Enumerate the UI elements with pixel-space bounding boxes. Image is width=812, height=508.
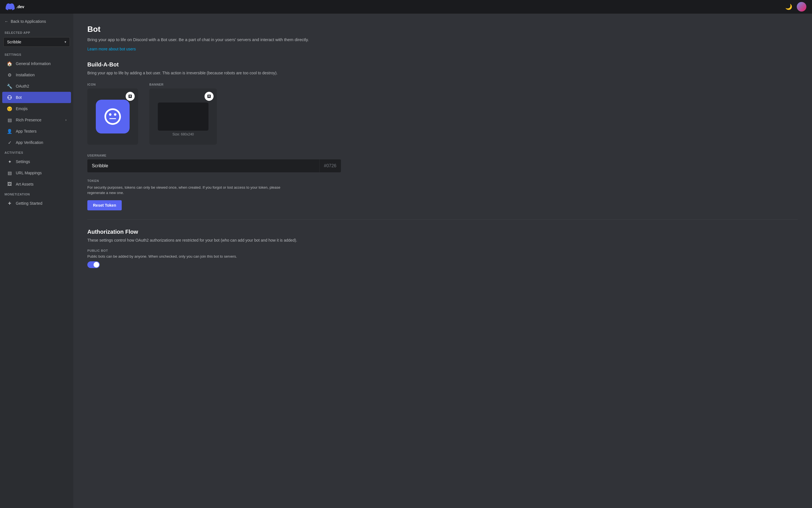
selected-app-section-label: SELECTED APP	[0, 28, 73, 36]
bot-icon	[7, 95, 12, 100]
user-avatar[interactable]	[797, 2, 806, 11]
banner-column-label: BANNER	[149, 83, 217, 86]
sparkle-icon: ✦	[7, 159, 12, 164]
wrench-icon: 🔧	[7, 83, 12, 89]
auth-flow-section: Authorization Flow These settings contro…	[87, 229, 798, 268]
dropdown-arrow-icon: ▾	[65, 40, 66, 44]
sidebar-item-label: App Testers	[16, 129, 37, 133]
plus-icon: +	[7, 201, 12, 206]
back-label: Back to Applications	[11, 19, 46, 24]
username-field-section: USERNAME #0726	[87, 154, 798, 172]
sidebar: ← Back to Applications SELECTED APP Scri…	[0, 13, 73, 508]
settings-section-label: SETTINGS	[0, 50, 73, 58]
logo[interactable]: .dev	[6, 2, 24, 11]
public-bot-description: Public bots can be added by anyone. When…	[87, 254, 285, 259]
emoji-icon: 😊	[7, 106, 12, 112]
sidebar-item-bot[interactable]: Bot	[2, 92, 71, 103]
auth-flow-title: Authorization Flow	[87, 229, 798, 235]
rich-presence-icon: ▤	[7, 117, 12, 123]
username-row: #0726	[87, 159, 341, 172]
icon-upload-column: ICON	[87, 83, 138, 145]
token-section: TOKEN For security purposes, tokens can …	[87, 179, 798, 210]
sidebar-item-rich-presence[interactable]: ▤ Rich Presence ›	[2, 114, 71, 126]
username-input[interactable]	[87, 159, 319, 172]
banner-size-hint: Size: 680x240	[172, 132, 194, 136]
public-bot-label: PUBLIC BOT	[87, 249, 798, 252]
top-navigation: .dev 🌙	[0, 0, 812, 13]
username-tag: #0726	[319, 159, 341, 172]
art-icon: 🖼	[7, 181, 12, 187]
sidebar-item-label: App Verification	[16, 140, 43, 145]
home-icon: 🏠	[7, 61, 12, 67]
sidebar-item-emojis[interactable]: 😊 Emojis	[2, 103, 71, 114]
banner-upload-box[interactable]: Size: 680x240	[149, 88, 217, 145]
token-label: TOKEN	[87, 179, 798, 182]
back-arrow-icon: ←	[4, 19, 8, 24]
auth-flow-description: These settings control how OAuth2 author…	[87, 238, 307, 243]
sidebar-item-activities-settings[interactable]: ✦ Settings	[2, 156, 71, 167]
bot-avatar-preview	[96, 100, 130, 133]
sidebar-item-art-assets[interactable]: 🖼 Art Assets	[2, 178, 71, 190]
logo-text: .dev	[16, 4, 24, 9]
icon-upload-box[interactable]	[87, 88, 138, 145]
sidebar-item-label: URL Mappings	[16, 171, 42, 175]
selected-app-container: Scribble ▾	[0, 36, 73, 50]
person-icon: 👤	[7, 128, 12, 134]
public-bot-toggle[interactable]	[87, 261, 100, 268]
gear-icon: ⚙	[7, 72, 12, 78]
selected-app-name: Scribble	[7, 40, 22, 44]
sidebar-item-label: Settings	[16, 159, 30, 164]
monetization-section-label: MONETIZATION	[0, 190, 73, 198]
build-a-bot-title: Build-A-Bot	[87, 61, 798, 68]
token-description: For security purposes, tokens can only b…	[87, 185, 285, 196]
topnav-right: 🌙	[785, 2, 806, 11]
sidebar-item-label: Installation	[16, 73, 35, 77]
sidebar-item-label: Art Assets	[16, 182, 34, 186]
sidebar-item-app-testers[interactable]: 👤 App Testers	[2, 126, 71, 137]
sidebar-item-label: General Information	[16, 61, 51, 66]
banner-upload-button[interactable]	[205, 92, 213, 101]
page-subtitle: Bring your app to life on Discord with a…	[87, 37, 798, 43]
sidebar-item-app-verification[interactable]: ✓ App Verification	[2, 137, 71, 148]
verification-icon: ✓	[7, 140, 12, 145]
icon-upload-button[interactable]	[126, 92, 135, 101]
reset-token-button[interactable]: Reset Token	[87, 200, 122, 210]
activities-section-label: ACTIVITIES	[0, 148, 73, 156]
page-title: Bot	[87, 25, 798, 34]
section-divider	[87, 219, 798, 220]
sidebar-item-getting-started[interactable]: + Getting Started	[2, 198, 71, 209]
sidebar-item-oauth2[interactable]: 🔧 OAuth2	[2, 81, 71, 92]
banner-preview	[158, 102, 208, 131]
sidebar-item-label: Getting Started	[16, 201, 42, 206]
chevron-right-icon: ›	[65, 118, 67, 122]
main-content: Bot Bring your app to life on Discord wi…	[73, 13, 812, 508]
build-a-bot-description: Bring your app to life by adding a bot u…	[87, 70, 798, 76]
sidebar-item-label: Rich Presence	[16, 118, 41, 122]
username-label: USERNAME	[87, 154, 798, 157]
public-bot-section: PUBLIC BOT Public bots can be added by a…	[87, 249, 798, 268]
sidebar-item-label: Emojis	[16, 107, 28, 111]
sidebar-item-general-information[interactable]: 🏠 General Information	[2, 58, 71, 69]
sidebar-item-installation[interactable]: ⚙ Installation	[2, 69, 71, 81]
url-icon: ▤	[7, 170, 12, 176]
sidebar-item-label: Bot	[16, 95, 22, 100]
sidebar-item-url-mappings[interactable]: ▤ URL Mappings	[2, 167, 71, 178]
banner-upload-column: BANNER Size: 680x240	[149, 83, 217, 145]
learn-more-link[interactable]: Learn more about bot users	[87, 47, 136, 51]
theme-toggle-icon[interactable]: 🌙	[785, 3, 792, 10]
selected-app-dropdown[interactable]: Scribble ▾	[3, 37, 70, 47]
build-a-bot-row: ICON BANNER	[87, 83, 798, 145]
back-to-applications-link[interactable]: ← Back to Applications	[0, 13, 73, 28]
sidebar-item-label: OAuth2	[16, 84, 29, 88]
icon-column-label: ICON	[87, 83, 138, 86]
